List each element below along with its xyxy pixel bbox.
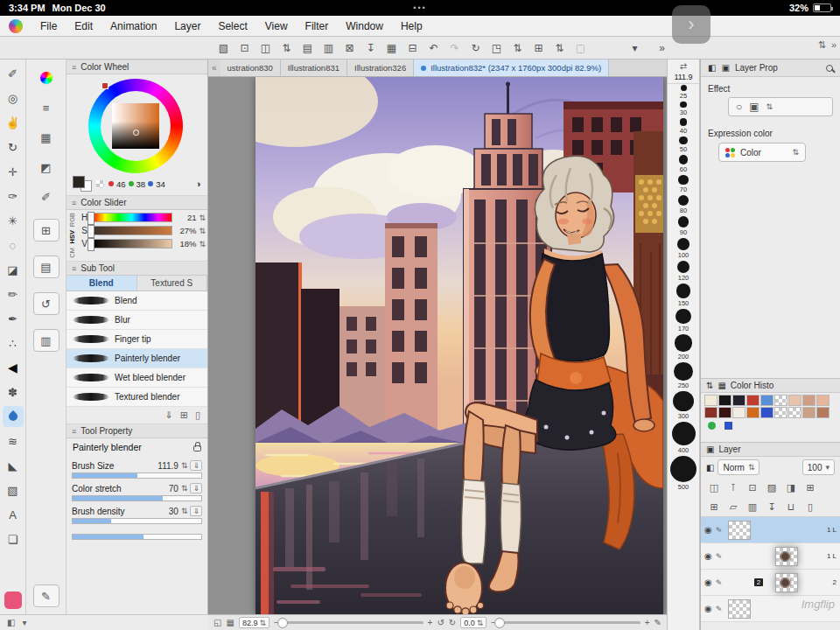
rotation-value[interactable]: 0.0 ⇅: [460, 617, 486, 628]
selection-launcher-icon[interactable]: ▧: [214, 39, 234, 57]
property-slider[interactable]: [72, 495, 202, 501]
channel-slider[interactable]: [91, 239, 172, 248]
color-swatch[interactable]: [802, 407, 816, 418]
sub-tool-item[interactable]: Blur: [66, 311, 207, 330]
search-icon[interactable]: [826, 65, 833, 72]
color-swatch[interactable]: [802, 395, 816, 406]
more-icon[interactable]: »: [831, 39, 836, 51]
color-wheel-panel-icon[interactable]: [33, 66, 60, 89]
layer-thumbnail[interactable]: [775, 573, 798, 592]
brush-size-preset[interactable]: 150: [676, 284, 691, 307]
sub-tool-item[interactable]: Finger tip: [66, 330, 207, 349]
color-swatch[interactable]: [746, 407, 760, 418]
snap-icon[interactable]: ▢: [570, 39, 591, 57]
spinner-icon[interactable]: ⇅: [818, 39, 826, 51]
brush-size-preset[interactable]: 120: [677, 261, 690, 283]
color-swatch[interactable]: [704, 395, 718, 406]
layer-row[interactable]: ◉ ✎ 1 L: [701, 543, 840, 570]
stack-icon[interactable]: ▣: [721, 63, 729, 73]
approx-color-green-icon[interactable]: [708, 422, 716, 430]
brush-size-preset[interactable]: 90: [678, 216, 690, 236]
menu-item[interactable]: File: [32, 18, 66, 34]
brush-size-preset[interactable]: 50: [679, 136, 688, 154]
mask-icon[interactable]: ◫: [705, 480, 723, 495]
quick-access-panel-icon[interactable]: ✎: [33, 584, 60, 607]
canvas-viewport[interactable]: [208, 77, 667, 614]
brush-size-preset[interactable]: 60: [679, 155, 688, 172]
slider-mode-tab[interactable]: CM: [68, 248, 80, 258]
color-swatch[interactable]: [732, 407, 746, 418]
frame-border-tool[interactable]: ❏: [3, 528, 24, 550]
layer-thumbnail[interactable]: [728, 521, 751, 540]
approx-color-blue-icon[interactable]: [724, 422, 732, 430]
redo-icon[interactable]: ↷: [444, 39, 465, 57]
pen-fine-tool[interactable]: ✐: [3, 63, 24, 84]
brush-size-preset[interactable]: 30: [680, 102, 687, 116]
sub-tool-group-tab[interactable]: Textured S: [137, 276, 208, 290]
property-slider[interactable]: [72, 518, 202, 524]
opacity-dropdown[interactable]: 100 ▾: [802, 459, 835, 475]
wheel-mode-icon[interactable]: ◑: [195, 178, 201, 189]
slider-mode-tab[interactable]: RGB: [68, 213, 80, 227]
panel-icon[interactable]: ◧: [708, 63, 716, 73]
slider-mode-tab[interactable]: HSV: [68, 230, 80, 243]
menu-item[interactable]: Window: [337, 18, 392, 34]
saturation-value-square[interactable]: [112, 103, 159, 149]
layer-thumbnail[interactable]: [775, 547, 798, 566]
color-swatch[interactable]: [718, 407, 732, 418]
sub-tool-item[interactable]: Blend: [66, 291, 207, 311]
color-swatch[interactable]: [816, 395, 830, 406]
clipboard-icon[interactable]: ⊟: [402, 39, 423, 57]
blend-icon[interactable]: ◧: [706, 463, 714, 472]
spinner-icon[interactable]: ⇅: [550, 39, 570, 57]
export-icon[interactable]: ▦: [382, 39, 402, 57]
material-panel-icon[interactable]: ▥: [33, 329, 60, 352]
selection-tool[interactable]: ◌: [3, 234, 24, 256]
new-layer-icon[interactable]: ⊞: [705, 499, 723, 514]
sub-tool-item[interactable]: Wet bleed blender: [66, 368, 207, 388]
layer-color-icon[interactable]: ▣: [749, 101, 759, 113]
clipped-property-slider[interactable]: [72, 534, 202, 540]
channel-slider[interactable]: [91, 213, 172, 222]
sv-marker[interactable]: [133, 130, 139, 136]
spinner-icon[interactable]: ⇅: [276, 39, 297, 57]
visibility-eye-icon[interactable]: ◉: [704, 525, 712, 535]
spinner-icon[interactable]: ⇅: [181, 484, 188, 493]
color-slider-panel-icon[interactable]: ≡: [33, 96, 60, 119]
border-effect-icon[interactable]: ○: [736, 101, 742, 113]
zoom-slider[interactable]: [284, 621, 424, 624]
hand-tool[interactable]: ✌: [3, 112, 24, 133]
new-subtool-icon[interactable]: ⊞: [180, 410, 188, 421]
spinner-icon[interactable]: ⇅: [181, 507, 188, 515]
brush-size-preset[interactable]: 40: [680, 118, 688, 135]
pen-tool[interactable]: ✒: [3, 308, 24, 329]
new-folder-icon[interactable]: ▥: [744, 499, 761, 514]
menu-item[interactable]: View: [256, 18, 297, 34]
ruler-icon[interactable]: ⊺: [724, 480, 742, 495]
delete-layer-icon[interactable]: ▯: [802, 499, 819, 514]
rotate-ccw-icon[interactable]: ↺: [437, 618, 444, 627]
channel-slider[interactable]: [91, 226, 172, 235]
spinner-icon[interactable]: ⇅: [199, 227, 206, 235]
open-file-icon[interactable]: ▥: [318, 39, 339, 57]
color-swatch[interactable]: [774, 395, 788, 406]
color-swatch[interactable]: [704, 407, 718, 418]
color-swatch[interactable]: [718, 395, 732, 406]
rotate-cw-icon[interactable]: ↻: [449, 618, 456, 627]
menu-item[interactable]: Edit: [66, 18, 102, 34]
fit-screen-icon[interactable]: ◱: [214, 618, 221, 627]
lock-icon[interactable]: [193, 445, 201, 452]
document-tab[interactable]: Illustration832* (2347 x 1760px 300dpi 8…: [414, 60, 609, 76]
duplicate-view-icon[interactable]: ◫: [256, 39, 276, 57]
document-tab[interactable]: ustration830: [220, 60, 281, 76]
clip-studio-logo-icon[interactable]: [9, 19, 23, 33]
spinner-icon[interactable]: ⇅: [706, 381, 713, 390]
new-vector-layer-icon[interactable]: ▱: [724, 499, 742, 514]
import-subtool-icon[interactable]: ⇓: [165, 410, 173, 421]
expression-color-dropdown[interactable]: Color ⇅: [718, 143, 806, 162]
brush-size-preset[interactable]: 70: [678, 175, 688, 193]
color-swatch[interactable]: [788, 407, 802, 418]
window-edit-icon[interactable]: ⊡: [234, 39, 255, 57]
subview-panel-icon[interactable]: ▤: [33, 256, 60, 278]
sub-tool-item[interactable]: Painterly blender: [66, 349, 207, 368]
